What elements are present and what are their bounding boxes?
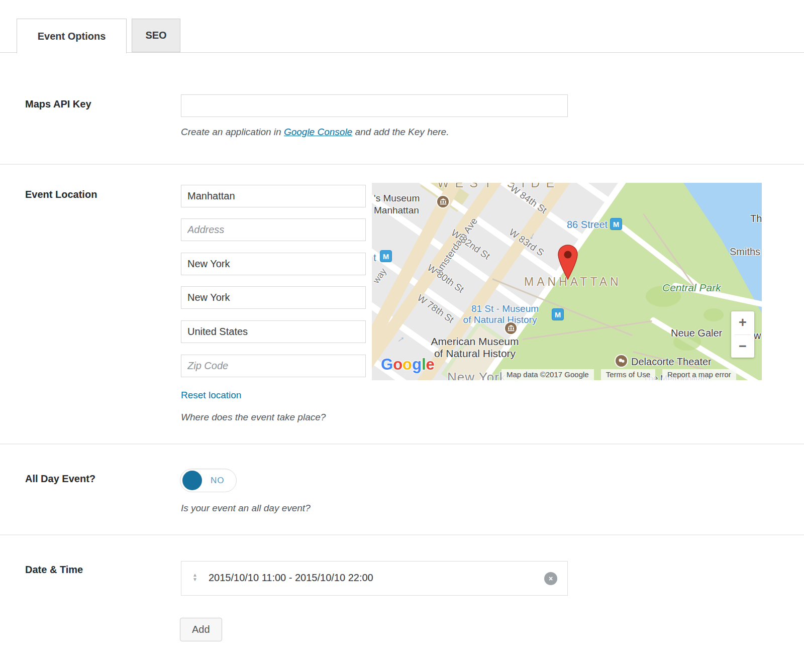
map-tree-patch [703,308,724,321]
subway-m-letter: M [383,252,389,261]
subway-m-letter: M [613,220,620,229]
subway-icon[interactable]: M [380,250,392,262]
map-label-central-park: Central Park [662,282,721,294]
museum-poi-icon[interactable] [436,195,450,208]
maps-api-key-label: Maps API Key [25,98,91,110]
subway-icon[interactable]: M [610,218,622,230]
google-logo-letter: G [381,356,393,373]
google-console-link[interactable]: Google Console [284,127,352,137]
subway-m-letter: M [555,310,561,319]
map-label-w-fragment: w [754,330,761,342]
map-data-attribution: Map data ©2017 Google [501,369,594,380]
map-label-childrens-museum: Manhattan [374,205,419,216]
map-attribution-bar: Map data ©2017 Google Terms of Use Repor… [501,369,762,380]
date-time-value[interactable]: 2015/10/10 11:00 - 2015/10/10 22:00 [209,572,373,584]
maps-api-help-suffix: and add the Key here. [352,127,449,137]
map-label-81st-station: 81 St - Museum [455,303,555,314]
report-map-error-link[interactable]: Report a map error [662,369,736,380]
country-input[interactable] [181,320,366,343]
map-label-west-side: WEST SIDE [437,183,560,190]
add-date-button[interactable]: Add [180,618,222,641]
google-logo-letter: e [426,356,435,373]
google-logo-letter: o [393,356,403,373]
maps-api-help-prefix: Create an application in [181,127,284,137]
toggle-state-label: NO [211,476,225,486]
event-location-label: Event Location [25,189,97,200]
attribution-gap [594,369,601,380]
google-logo-letter: l [422,356,426,373]
event-location-help: Where does the event take place? [181,412,326,423]
museum-poi-icon[interactable] [504,321,518,335]
sort-down-icon: ▼ [192,577,197,582]
zip-input[interactable] [181,355,366,377]
tab-seo[interactable]: SEO [132,19,180,52]
map-label-smiths-fragment: Smiths [730,246,760,258]
map-label-the-fragment: Th [750,213,762,225]
map-label-station-fragment: t [373,252,376,264]
drag-handle-icon[interactable]: ▲ ▼ [192,573,197,582]
zoom-out-button[interactable]: − [731,335,754,358]
map-label-childrens-museum: 's Museum [374,193,420,204]
map-label-86-street: 86 Street [567,219,608,231]
map-label-81st-station: of Natural History [450,314,550,325]
theater-poi-icon[interactable] [615,354,628,368]
subway-icon[interactable]: M [552,308,564,320]
zoom-in-button[interactable]: + [731,311,754,334]
map-label-new-york: New York [447,370,507,380]
section-divider [0,164,804,165]
address-input[interactable] [181,218,366,241]
reset-location-link[interactable]: Reset location [181,390,241,401]
section-divider [0,443,804,444]
clear-date-button[interactable]: × [544,572,557,585]
all-day-event-label: All Day Event? [25,473,95,485]
venue-input[interactable] [181,185,366,207]
attribution-gap [655,369,662,380]
all-day-toggle[interactable]: NO [180,469,237,492]
toggle-knob [182,471,202,490]
date-time-row[interactable]: ▲ ▼ 2015/10/10 11:00 - 2015/10/10 22:00 … [181,561,568,596]
google-logo[interactable]: Google [381,356,435,374]
tab-event-options[interactable]: Event Options [17,19,127,53]
terms-of-use-link[interactable]: Terms of Use [601,369,655,380]
google-logo-letter: g [412,356,422,373]
maps-api-key-input[interactable] [181,94,568,117]
state-input[interactable] [181,286,366,309]
map-label-amnh: American Museum [410,335,540,348]
close-icon: × [549,575,553,583]
section-divider [0,534,804,535]
tab-event-options-label: Event Options [38,31,106,42]
map-label-broadway-fragment: way [372,266,389,285]
all-day-help: Is your event an all day event? [181,503,311,514]
map-label-delacorte: Delacorte Theater [631,356,712,368]
google-map[interactable]: WEST SIDE 's Museum Manhattan Amsterdam … [372,183,762,380]
city-input[interactable] [181,253,366,275]
date-time-label: Date & Time [25,564,83,576]
tab-seo-label: SEO [145,30,166,41]
google-logo-letter: o [403,356,412,373]
map-zoom-control: + − [731,311,754,358]
maps-api-key-help: Create an application in Google Console … [181,127,449,138]
map-label-neue-galerie: Neue Galer [671,327,722,339]
map-marker-pin-icon[interactable] [557,244,579,284]
